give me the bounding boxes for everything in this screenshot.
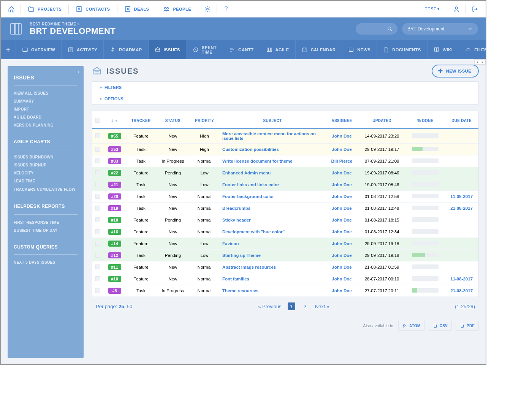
sidebar-item-agile-board[interactable]: AGILE BOARD <box>8 113 84 121</box>
tab-calendar[interactable]: CALENDAR <box>296 40 342 59</box>
per-page-50[interactable]: , 50 <box>124 304 132 309</box>
issue-id-badge[interactable]: #18 <box>108 217 121 223</box>
row-checkbox[interactable] <box>95 206 100 211</box>
cell-subject[interactable]: Font families <box>219 273 326 285</box>
cell-subject[interactable]: Footer background color <box>219 191 326 203</box>
cell-subject[interactable]: More accessible context menu for actions… <box>219 128 326 144</box>
table-row[interactable]: #53TaskNewHighCustomization possibilitie… <box>92 144 478 155</box>
sidebar-item-issues-burnup[interactable]: ISSUES BURNUP <box>8 161 84 169</box>
issue-id-badge[interactable]: #12 <box>108 252 121 258</box>
row-checkbox[interactable] <box>95 276 100 281</box>
row-checkbox[interactable] <box>95 147 100 152</box>
table-row[interactable]: #22FeaturePendingLowEnhanced Admin menuJ… <box>92 167 478 179</box>
tab-overview[interactable]: OVERVIEW <box>16 40 62 59</box>
sidebar-item-next-3days[interactable]: NEXT 3 DAYS ISSUES <box>8 258 84 266</box>
tab-gantt[interactable]: GANTT <box>223 40 260 59</box>
pager-page-1[interactable]: 1 <box>288 302 295 310</box>
cell-subject[interactable]: Customization possibilities <box>219 144 326 155</box>
col-assignee[interactable]: ASSIGNEE <box>326 113 358 128</box>
row-checkbox[interactable] <box>95 229 100 234</box>
pager-page-2[interactable]: 2 <box>301 302 309 310</box>
issue-id-badge[interactable]: #19 <box>108 205 121 211</box>
logout-icon[interactable] <box>467 2 483 17</box>
cell-assignee[interactable]: John Doe <box>326 250 358 261</box>
table-row[interactable]: #55FeatureNewHighMore accessible context… <box>92 128 478 144</box>
col-priority[interactable]: PRIORITY <box>190 113 219 128</box>
sidebar-item-busiest[interactable]: BUSIEST TIME OF DAY <box>8 226 84 234</box>
col-done[interactable]: % DONE <box>406 113 445 128</box>
gear-icon[interactable] <box>200 2 215 17</box>
tab-activity[interactable]: ACTIVITY <box>62 40 104 59</box>
issue-id-badge[interactable]: #53 <box>108 146 121 152</box>
cell-subject[interactable]: Favicon <box>219 238 326 250</box>
sidebar-item-first-response[interactable]: FIRST RESPONSE TIME <box>8 218 84 226</box>
col-select-all[interactable] <box>92 113 103 128</box>
table-row[interactable]: #14FeatureNewLowFaviconJohn Doe29-09-201… <box>92 238 478 250</box>
sidebar-item-issues-burndown[interactable]: ISSUES BURNDOWN <box>8 153 84 161</box>
table-row[interactable]: #19TaskNewNormalBreadcrumbsJohn Doe01-08… <box>92 203 478 214</box>
cell-assignee[interactable]: John Doe <box>326 167 358 179</box>
table-row[interactable]: #16FeatureNewNormalDevelopment with "hue… <box>92 226 478 238</box>
issue-id-badge[interactable]: #16 <box>108 229 121 235</box>
tab-roadmap[interactable]: ROADMAP <box>104 40 148 59</box>
help-icon[interactable]: ? <box>218 2 234 17</box>
cell-assignee[interactable]: John Doe <box>326 238 358 250</box>
export-atom[interactable]: ATOM <box>398 321 425 331</box>
row-checkbox[interactable] <box>95 182 100 187</box>
cell-subject[interactable]: Footer links and links color <box>219 179 326 191</box>
cell-subject[interactable]: Sticky header <box>219 214 326 226</box>
row-checkbox[interactable] <box>95 133 100 138</box>
cell-subject[interactable]: Development with "hue color" <box>219 226 326 238</box>
table-row[interactable]: #18FeaturePendingNormalSticky headerJohn… <box>92 214 478 226</box>
per-page-25[interactable]: 25 <box>119 304 124 309</box>
sidebar-item-velocity[interactable]: VELOCITY <box>8 169 84 177</box>
table-row[interactable]: #10FeatureNewNormalFont familiesJohn Doe… <box>92 273 478 285</box>
issue-id-badge[interactable]: #20 <box>108 193 121 200</box>
nav-contacts[interactable]: CONTACTS <box>70 2 115 17</box>
cell-assignee[interactable]: John Doe <box>326 285 358 297</box>
home-icon[interactable] <box>4 2 19 17</box>
export-csv[interactable]: CSV <box>429 321 452 331</box>
cell-subject[interactable]: Enhanced Admin menu <box>219 167 326 179</box>
row-checkbox[interactable] <box>95 264 100 269</box>
nav-projects[interactable]: PROJECTS <box>22 2 67 17</box>
row-checkbox[interactable] <box>95 217 100 222</box>
tabs-scroller[interactable]: ◄► <box>474 59 486 65</box>
cell-assignee[interactable]: John Doe <box>326 261 358 273</box>
tab-wiki[interactable]: WIKI <box>428 40 459 59</box>
tab-news[interactable]: NEWS <box>342 40 377 59</box>
table-row[interactable]: #11FeatureNewNormalAbstract image resour… <box>92 261 478 273</box>
col-status[interactable]: STATUS <box>156 113 190 128</box>
tab-files[interactable]: FILES <box>459 40 486 59</box>
sidebar-item-summary[interactable]: SUMMARY <box>8 97 84 105</box>
col-updated[interactable]: UPDATED <box>358 113 406 128</box>
sidebar-collapse-icon[interactable]: ‹ <box>78 70 79 74</box>
sidebar-item-lead-time[interactable]: LEAD TIME <box>8 177 84 185</box>
cell-assignee[interactable]: John Doe <box>326 273 358 285</box>
tab-spent-time[interactable]: SPENT TIME <box>187 40 223 59</box>
table-row[interactable]: #20TaskNewNormalFooter background colorJ… <box>92 191 478 203</box>
new-issue-button[interactable]: + NEW ISSUE <box>432 65 479 78</box>
issue-id-badge[interactable]: #14 <box>108 241 121 247</box>
username[interactable]: TEST ▾ <box>420 6 445 11</box>
nav-people[interactable]: PEOPLE <box>158 2 196 17</box>
cell-subject[interactable]: Breadcrumbs <box>219 203 326 214</box>
cell-assignee[interactable]: John Doe <box>326 214 358 226</box>
cell-assignee[interactable]: John Doe <box>326 226 358 238</box>
sidebar-item-view-all[interactable]: VIEW ALL ISSUES <box>8 89 84 97</box>
cell-subject[interactable]: Abstract image resources <box>219 261 326 273</box>
header-search[interactable] <box>356 23 397 35</box>
project-selector[interactable]: BRT Development <box>402 23 478 35</box>
col-tracker[interactable]: TRACKER <box>126 113 156 128</box>
table-row[interactable]: #21TaskNewLowFooter links and links colo… <box>92 179 478 191</box>
cell-assignee[interactable]: Bill Pierce <box>326 155 358 167</box>
cell-assignee[interactable]: John Doe <box>326 128 358 144</box>
tab-add[interactable]: + <box>1 40 16 59</box>
issue-id-badge[interactable]: #33 <box>108 158 121 164</box>
cell-subject[interactable]: Starting up Theme <box>219 250 326 261</box>
user-icon[interactable] <box>449 2 464 17</box>
filters-toggle[interactable]: ▸FILTERS <box>92 82 478 93</box>
sidebar-item-trackers-cumulative[interactable]: TRACKERS CUMULATIVE FLOW <box>8 185 84 194</box>
options-toggle[interactable]: ▸OPTIONS <box>92 93 478 104</box>
issue-id-badge[interactable]: #10 <box>108 276 121 282</box>
